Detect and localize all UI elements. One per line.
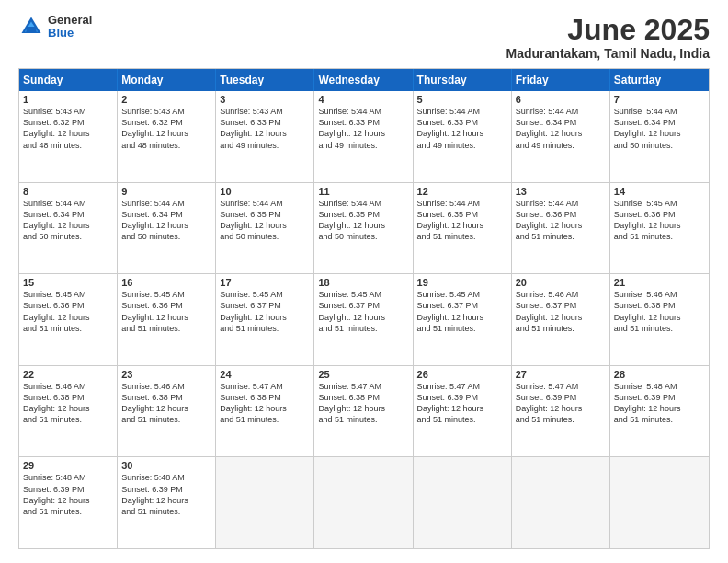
cell-text: Sunrise: 5:46 AMSunset: 6:38 PMDaylight:…: [23, 381, 113, 426]
header-saturday: Saturday: [610, 69, 709, 91]
cell-text: Sunrise: 5:47 AMSunset: 6:38 PMDaylight:…: [220, 381, 310, 426]
cell-text: Sunrise: 5:44 AMSunset: 6:34 PMDaylight:…: [23, 198, 113, 243]
cell-5-mon: 30 Sunrise: 5:48 AMSunset: 6:39 PMDaylig…: [118, 457, 216, 548]
header-sunday: Sunday: [19, 69, 118, 91]
day-num: 8: [23, 186, 113, 197]
day-num: 7: [614, 94, 705, 105]
cell-4-fri: 27 Sunrise: 5:47 AMSunset: 6:39 PMDaylig…: [512, 366, 610, 457]
calendar: Sunday Monday Tuesday Wednesday Thursday…: [18, 68, 710, 549]
cell-2-thu: 12 Sunrise: 5:44 AMSunset: 6:35 PMDaylig…: [414, 183, 512, 274]
cell-text: Sunrise: 5:44 AMSunset: 6:33 PMDaylight:…: [318, 106, 408, 151]
cell-text: Sunrise: 5:45 AMSunset: 6:36 PMDaylight:…: [614, 198, 705, 243]
cell-5-tue-empty: [216, 457, 314, 548]
day-num: 10: [220, 186, 310, 197]
cell-text: Sunrise: 5:48 AMSunset: 6:39 PMDaylight:…: [121, 472, 211, 517]
day-num: 12: [417, 186, 507, 197]
calendar-header: Sunday Monday Tuesday Wednesday Thursday…: [19, 69, 709, 91]
cell-text: Sunrise: 5:44 AMSunset: 6:36 PMDaylight:…: [516, 198, 606, 243]
cell-text: Sunrise: 5:47 AMSunset: 6:39 PMDaylight:…: [417, 381, 507, 426]
day-num: 30: [121, 460, 211, 471]
cell-text: Sunrise: 5:45 AMSunset: 6:37 PMDaylight:…: [417, 289, 507, 334]
svg-rect-2: [26, 27, 36, 33]
cell-text: Sunrise: 5:44 AMSunset: 6:35 PMDaylight:…: [220, 198, 310, 243]
cell-2-sat: 14 Sunrise: 5:45 AMSunset: 6:36 PMDaylig…: [610, 183, 709, 274]
cell-text: Sunrise: 5:45 AMSunset: 6:36 PMDaylight:…: [23, 289, 113, 334]
header-monday: Monday: [118, 69, 216, 91]
header-wednesday: Wednesday: [314, 69, 413, 91]
cell-text: Sunrise: 5:46 AMSunset: 6:38 PMDaylight:…: [614, 289, 705, 334]
day-num: 16: [121, 277, 211, 288]
day-num: 26: [417, 369, 507, 380]
cell-text: Sunrise: 5:45 AMSunset: 6:37 PMDaylight:…: [318, 289, 408, 334]
cell-2-mon: 9 Sunrise: 5:44 AMSunset: 6:34 PMDayligh…: [118, 183, 216, 274]
day-num: 6: [516, 94, 606, 105]
cell-2-tue: 10 Sunrise: 5:44 AMSunset: 6:35 PMDaylig…: [216, 183, 314, 274]
cal-row-4: 22 Sunrise: 5:46 AMSunset: 6:38 PMDaylig…: [19, 366, 709, 458]
day-num: 2: [121, 94, 211, 105]
logo-general: General: [48, 14, 92, 27]
cell-text: Sunrise: 5:44 AMSunset: 6:34 PMDaylight:…: [614, 106, 705, 151]
cell-text: Sunrise: 5:44 AMSunset: 6:35 PMDaylight:…: [417, 198, 507, 243]
cell-1-sun: 1 Sunrise: 5:43 AMSunset: 6:32 PMDayligh…: [19, 91, 118, 182]
cal-row-1: 1 Sunrise: 5:43 AMSunset: 6:32 PMDayligh…: [19, 91, 709, 183]
day-num: 25: [318, 369, 408, 380]
cal-row-2: 8 Sunrise: 5:44 AMSunset: 6:34 PMDayligh…: [19, 183, 709, 275]
day-num: 22: [23, 369, 113, 380]
cell-text: Sunrise: 5:43 AMSunset: 6:32 PMDaylight:…: [23, 106, 113, 151]
cell-1-wed: 4 Sunrise: 5:44 AMSunset: 6:33 PMDayligh…: [314, 91, 413, 182]
day-num: 24: [220, 369, 310, 380]
cell-3-fri: 20 Sunrise: 5:46 AMSunset: 6:37 PMDaylig…: [512, 274, 610, 365]
cal-row-5: 29 Sunrise: 5:48 AMSunset: 6:39 PMDaylig…: [19, 457, 709, 548]
logo-blue: Blue: [48, 27, 92, 40]
day-num: 23: [121, 369, 211, 380]
cell-text: Sunrise: 5:48 AMSunset: 6:39 PMDaylight:…: [23, 472, 113, 517]
day-num: 11: [318, 186, 408, 197]
day-num: 15: [23, 277, 113, 288]
cell-text: Sunrise: 5:47 AMSunset: 6:39 PMDaylight:…: [516, 381, 606, 426]
day-num: 13: [516, 186, 606, 197]
cell-text: Sunrise: 5:47 AMSunset: 6:38 PMDaylight:…: [318, 381, 408, 426]
cell-text: Sunrise: 5:44 AMSunset: 6:33 PMDaylight:…: [417, 106, 507, 151]
day-num: 29: [23, 460, 113, 471]
cell-1-mon: 2 Sunrise: 5:43 AMSunset: 6:32 PMDayligh…: [118, 91, 216, 182]
logo: General Blue: [18, 14, 92, 40]
day-num: 4: [318, 94, 408, 105]
cell-2-sun: 8 Sunrise: 5:44 AMSunset: 6:34 PMDayligh…: [19, 183, 118, 274]
cell-5-wed-empty: [314, 457, 413, 548]
cell-1-fri: 6 Sunrise: 5:44 AMSunset: 6:34 PMDayligh…: [512, 91, 610, 182]
header: General Blue June 2025 Madurantakam, Tam…: [18, 14, 710, 61]
cell-text: Sunrise: 5:44 AMSunset: 6:35 PMDaylight:…: [318, 198, 408, 243]
cell-4-mon: 23 Sunrise: 5:46 AMSunset: 6:38 PMDaylig…: [118, 366, 216, 457]
cell-4-thu: 26 Sunrise: 5:47 AMSunset: 6:39 PMDaylig…: [414, 366, 512, 457]
cell-5-fri-empty: [512, 457, 610, 548]
day-num: 27: [516, 369, 606, 380]
logo-icon: [18, 14, 44, 40]
day-num: 3: [220, 94, 310, 105]
header-tuesday: Tuesday: [216, 69, 314, 91]
location: Madurantakam, Tamil Nadu, India: [506, 46, 710, 61]
cell-1-tue: 3 Sunrise: 5:43 AMSunset: 6:33 PMDayligh…: [216, 91, 314, 182]
cell-3-sun: 15 Sunrise: 5:45 AMSunset: 6:36 PMDaylig…: [19, 274, 118, 365]
cell-text: Sunrise: 5:43 AMSunset: 6:33 PMDaylight:…: [220, 106, 310, 151]
cell-text: Sunrise: 5:45 AMSunset: 6:36 PMDaylight:…: [121, 289, 211, 334]
logo-text: General Blue: [48, 14, 92, 40]
calendar-body: 1 Sunrise: 5:43 AMSunset: 6:32 PMDayligh…: [19, 91, 709, 548]
cell-5-sat-empty: [610, 457, 709, 548]
cell-3-mon: 16 Sunrise: 5:45 AMSunset: 6:36 PMDaylig…: [118, 274, 216, 365]
cell-text: Sunrise: 5:45 AMSunset: 6:37 PMDaylight:…: [220, 289, 310, 334]
cell-3-wed: 18 Sunrise: 5:45 AMSunset: 6:37 PMDaylig…: [314, 274, 413, 365]
cell-text: Sunrise: 5:44 AMSunset: 6:34 PMDaylight:…: [516, 106, 606, 151]
day-num: 5: [417, 94, 507, 105]
header-friday: Friday: [512, 69, 610, 91]
cell-5-thu-empty: [414, 457, 512, 548]
cell-5-sun: 29 Sunrise: 5:48 AMSunset: 6:39 PMDaylig…: [19, 457, 118, 548]
day-num: 21: [614, 277, 705, 288]
day-num: 28: [614, 369, 705, 380]
cell-4-tue: 24 Sunrise: 5:47 AMSunset: 6:38 PMDaylig…: [216, 366, 314, 457]
title-block: June 2025 Madurantakam, Tamil Nadu, Indi…: [506, 14, 710, 61]
cal-row-3: 15 Sunrise: 5:45 AMSunset: 6:36 PMDaylig…: [19, 274, 709, 366]
day-num: 1: [23, 94, 113, 105]
cell-text: Sunrise: 5:44 AMSunset: 6:34 PMDaylight:…: [121, 198, 211, 243]
cell-3-tue: 17 Sunrise: 5:45 AMSunset: 6:37 PMDaylig…: [216, 274, 314, 365]
cell-3-sat: 21 Sunrise: 5:46 AMSunset: 6:38 PMDaylig…: [610, 274, 709, 365]
